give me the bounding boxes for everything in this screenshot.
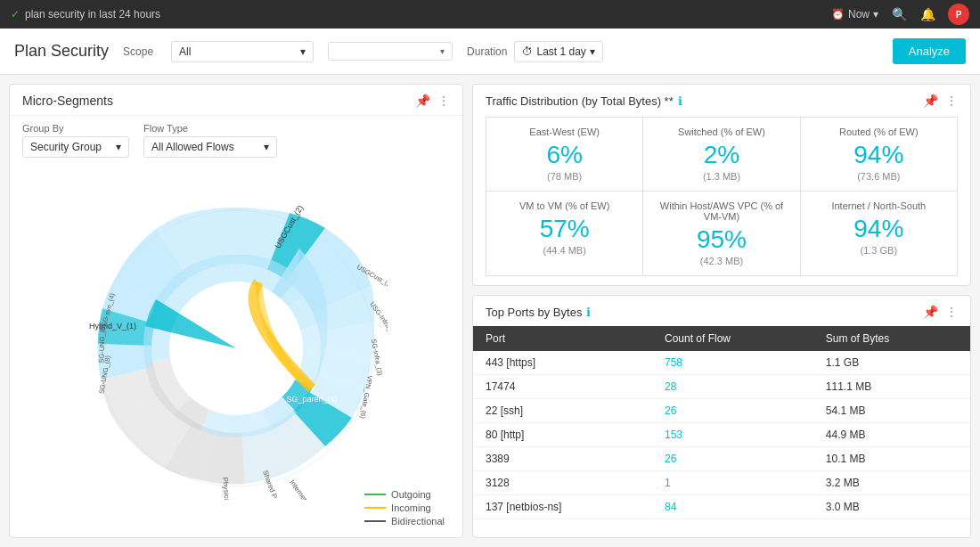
chevron-down-icon: ▾ xyxy=(440,46,445,56)
count-cell[interactable]: 1 xyxy=(652,471,813,495)
cell-label-5: Internet / North-South xyxy=(812,200,946,211)
cell-label-1: Switched (% of EW) xyxy=(654,127,788,137)
duration-dropdown[interactable]: ⏱ Last 1 day ▾ xyxy=(514,41,602,62)
now-button[interactable]: ⏰ Now ▾ xyxy=(831,8,878,20)
page-title: Plan Security xyxy=(14,42,109,61)
flow-type-control: Flow Type All Allowed Flows ▾ xyxy=(143,123,277,158)
cell-value-2: 94% xyxy=(812,143,946,167)
incoming-label: Incoming xyxy=(391,502,431,513)
bytes-cell: 10.1 MB xyxy=(813,447,970,471)
duration-group: Duration ⏱ Last 1 day ▾ xyxy=(467,41,603,62)
table-row: 22 [ssh] 26 54.1 MB xyxy=(473,399,970,423)
col-count: Count of Flow xyxy=(652,326,813,351)
traffic-header: Traffic Distribution (by Total Bytes) **… xyxy=(486,94,958,108)
more-icon[interactable]: ⋮ xyxy=(945,305,958,319)
cell-value-3: 57% xyxy=(497,216,632,241)
chevron-down-icon: ▾ xyxy=(300,45,306,58)
panel-title: Micro-Segments xyxy=(22,94,113,108)
cell-value-1: 2% xyxy=(654,143,788,167)
traffic-cell-2: Routed (% of EW) 94% (73.6 MB) xyxy=(801,118,957,191)
traffic-cell-1: Switched (% of EW) 2% (1.3 MB) xyxy=(643,118,799,191)
duration-label: Duration xyxy=(467,45,507,58)
flow-type-value: All Allowed Flows xyxy=(151,141,234,153)
count-cell[interactable]: 153 xyxy=(652,423,813,447)
status-text: plan security in last 24 hours xyxy=(25,8,160,20)
group-by-value: Security Group xyxy=(30,141,102,153)
cell-sub-4: (42.3 MB) xyxy=(654,256,788,266)
bytes-cell: 3.2 MB xyxy=(813,471,970,495)
bidirectional-label: Bidirectional xyxy=(391,516,445,527)
svg-text:SG_paren_(4): SG_paren_(4) xyxy=(286,395,337,404)
cell-sub-5: (1.3 GB) xyxy=(812,245,946,256)
info-icon[interactable]: ℹ xyxy=(586,306,591,319)
table-row: 3389 26 10.1 MB xyxy=(473,447,970,471)
cell-sub-3: (44.4 MB) xyxy=(497,245,632,256)
now-label: Now xyxy=(848,8,870,20)
port-cell: 443 [https] xyxy=(473,351,652,375)
bell-icon[interactable]: 🔔 xyxy=(919,6,935,22)
traffic-cell-4: Within Host/AWS VPC (% of VM-VM) 95% (42… xyxy=(643,192,799,275)
port-cell: 3128 xyxy=(473,471,652,495)
port-cell: 17474 xyxy=(473,375,652,399)
info-icon[interactable]: ℹ xyxy=(678,94,682,108)
topbar-actions: ⏰ Now ▾ 🔍 🔔 P xyxy=(831,4,969,25)
bytes-cell: 54.1 MB xyxy=(813,399,970,423)
count-cell[interactable]: 28 xyxy=(652,375,813,399)
pin-icon[interactable]: 📌 xyxy=(415,94,430,108)
ports-panel: Top Ports by Bytes ℹ 📌 ⋮ Port Count of F… xyxy=(472,295,971,538)
search-icon[interactable]: 🔍 xyxy=(891,6,907,22)
count-cell[interactable]: 26 xyxy=(652,399,813,423)
cell-sub-0: (78 MB) xyxy=(497,171,632,182)
flow-type-dropdown[interactable]: All Allowed Flows ▾ xyxy=(143,136,277,158)
table-row: 443 [https] 758 1.1 GB xyxy=(473,351,970,375)
flow-type-label: Flow Type xyxy=(143,123,277,134)
cell-sub-1: (1.3 MB) xyxy=(654,171,788,182)
table-row: 137 [netbios-ns] 84 3.0 MB xyxy=(473,495,970,519)
chord-diagram[interactable]: USGCust_(2) Hybrid_V_(1) SG_paren_(4) In… xyxy=(85,197,388,500)
col-bytes: Sum of Bytes xyxy=(813,326,970,351)
traffic-actions: 📌 ⋮ xyxy=(923,94,958,108)
scope-dropdown[interactable]: All ▾ xyxy=(171,41,314,62)
group-by-dropdown[interactable]: Security Group ▾ xyxy=(22,136,129,158)
pin-icon[interactable]: 📌 xyxy=(923,305,938,319)
ports-actions: 📌 ⋮ xyxy=(923,305,958,319)
scope-extra-dropdown[interactable]: ▾ xyxy=(328,42,453,61)
topbar: ✓ plan security in last 24 hours ⏰ Now ▾… xyxy=(0,0,980,29)
cell-label-3: VM to VM (% of EW) xyxy=(497,200,632,211)
traffic-title-text: Traffic Distribution (by Total Bytes) ** xyxy=(486,94,674,108)
ports-table: Port Count of Flow Sum of Bytes 443 [htt… xyxy=(473,326,970,519)
chart-area: USGCust_(2) Hybrid_V_(1) SG_paren_(4) In… xyxy=(10,165,462,537)
bidirectional-line xyxy=(364,520,386,522)
outgoing-line xyxy=(364,494,386,495)
legend: Outgoing Incoming Bidirectional xyxy=(364,489,445,527)
more-icon[interactable]: ⋮ xyxy=(437,94,450,108)
cell-value-5: 94% xyxy=(812,216,946,241)
legend-bidirectional: Bidirectional xyxy=(364,516,445,527)
pin-icon[interactable]: 📌 xyxy=(923,94,938,108)
cell-value-0: 6% xyxy=(497,143,632,167)
scope-label: Scope xyxy=(123,45,153,58)
panel-actions: 📌 ⋮ xyxy=(415,94,450,108)
port-cell: 137 [netbios-ns] xyxy=(473,495,652,519)
chevron-down-icon: ▾ xyxy=(873,8,878,20)
group-by-label: Group By xyxy=(22,123,129,134)
chevron-down-icon: ▾ xyxy=(590,45,595,58)
traffic-title: Traffic Distribution (by Total Bytes) **… xyxy=(486,94,682,108)
cell-label-2: Routed (% of EW) xyxy=(812,127,946,137)
avatar[interactable]: P xyxy=(948,4,969,25)
table-header-row: Port Count of Flow Sum of Bytes xyxy=(473,326,970,351)
svg-text:Hybrid_V_(1): Hybrid_V_(1) xyxy=(89,322,136,331)
group-by-control: Group By Security Group ▾ xyxy=(22,123,129,158)
count-cell[interactable]: 84 xyxy=(652,495,813,519)
outgoing-label: Outgoing xyxy=(391,489,431,500)
bytes-cell: 111.1 MB xyxy=(813,375,970,399)
traffic-cell-3: VM to VM (% of EW) 57% (44.4 MB) xyxy=(486,192,642,275)
count-cell[interactable]: 26 xyxy=(652,447,813,471)
count-cell[interactable]: 758 xyxy=(652,351,813,375)
micro-segments-panel: Micro-Segments 📌 ⋮ Group By Security Gro… xyxy=(9,84,463,538)
ports-header: Top Ports by Bytes ℹ 📌 ⋮ xyxy=(473,296,970,326)
analyze-button[interactable]: Analyze xyxy=(893,38,966,64)
port-cell: 22 [ssh] xyxy=(473,399,652,423)
traffic-grid: East-West (EW) 6% (78 MB) Switched (% of… xyxy=(486,117,958,276)
more-icon[interactable]: ⋮ xyxy=(945,94,958,108)
